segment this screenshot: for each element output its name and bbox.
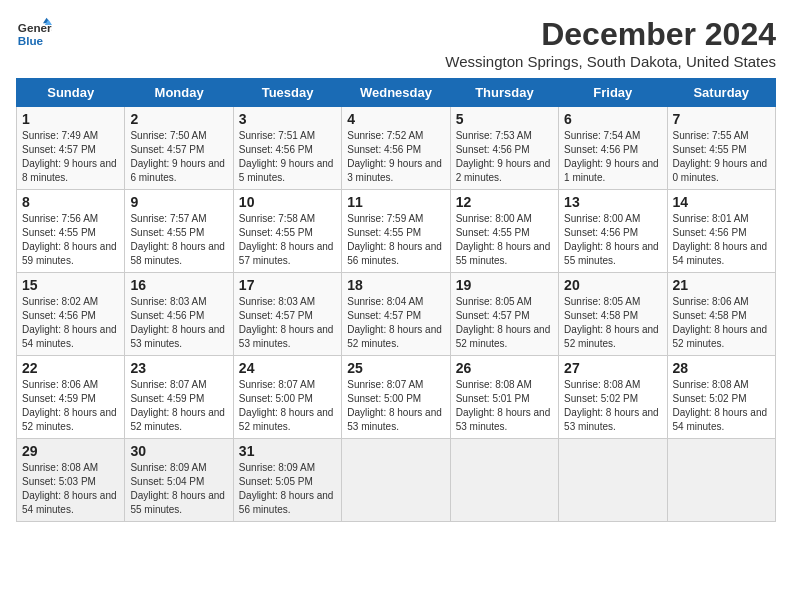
day-cell: 3 Sunrise: 7:51 AM Sunset: 4:56 PM Dayli… xyxy=(233,107,341,190)
day-number: 28 xyxy=(673,360,770,376)
day-info: Sunrise: 7:51 AM Sunset: 4:56 PM Dayligh… xyxy=(239,129,336,185)
col-header-tuesday: Tuesday xyxy=(233,79,341,107)
day-cell: 9 Sunrise: 7:57 AM Sunset: 4:55 PM Dayli… xyxy=(125,190,233,273)
day-info: Sunrise: 8:00 AM Sunset: 4:56 PM Dayligh… xyxy=(564,212,661,268)
day-number: 5 xyxy=(456,111,553,127)
day-number: 9 xyxy=(130,194,227,210)
day-cell: 12 Sunrise: 8:00 AM Sunset: 4:55 PM Dayl… xyxy=(450,190,558,273)
day-number: 3 xyxy=(239,111,336,127)
week-row-2: 8 Sunrise: 7:56 AM Sunset: 4:55 PM Dayli… xyxy=(17,190,776,273)
day-info: Sunrise: 8:06 AM Sunset: 4:59 PM Dayligh… xyxy=(22,378,119,434)
day-number: 1 xyxy=(22,111,119,127)
day-number: 24 xyxy=(239,360,336,376)
day-number: 22 xyxy=(22,360,119,376)
day-info: Sunrise: 8:00 AM Sunset: 4:55 PM Dayligh… xyxy=(456,212,553,268)
col-header-wednesday: Wednesday xyxy=(342,79,450,107)
day-cell: 11 Sunrise: 7:59 AM Sunset: 4:55 PM Dayl… xyxy=(342,190,450,273)
day-number: 23 xyxy=(130,360,227,376)
day-cell: 5 Sunrise: 7:53 AM Sunset: 4:56 PM Dayli… xyxy=(450,107,558,190)
day-number: 13 xyxy=(564,194,661,210)
col-header-sunday: Sunday xyxy=(17,79,125,107)
day-cell: 31 Sunrise: 8:09 AM Sunset: 5:05 PM Dayl… xyxy=(233,439,341,522)
day-info: Sunrise: 8:05 AM Sunset: 4:57 PM Dayligh… xyxy=(456,295,553,351)
day-info: Sunrise: 8:04 AM Sunset: 4:57 PM Dayligh… xyxy=(347,295,444,351)
day-number: 21 xyxy=(673,277,770,293)
header: General Blue December 2024 Wessington Sp… xyxy=(16,16,776,70)
day-cell: 6 Sunrise: 7:54 AM Sunset: 4:56 PM Dayli… xyxy=(559,107,667,190)
day-number: 12 xyxy=(456,194,553,210)
day-cell: 10 Sunrise: 7:58 AM Sunset: 4:55 PM Dayl… xyxy=(233,190,341,273)
day-info: Sunrise: 8:03 AM Sunset: 4:57 PM Dayligh… xyxy=(239,295,336,351)
day-cell: 22 Sunrise: 8:06 AM Sunset: 4:59 PM Dayl… xyxy=(17,356,125,439)
day-info: Sunrise: 8:07 AM Sunset: 5:00 PM Dayligh… xyxy=(347,378,444,434)
day-info: Sunrise: 8:01 AM Sunset: 4:56 PM Dayligh… xyxy=(673,212,770,268)
day-number: 18 xyxy=(347,277,444,293)
day-number: 31 xyxy=(239,443,336,459)
day-number: 16 xyxy=(130,277,227,293)
day-cell: 2 Sunrise: 7:50 AM Sunset: 4:57 PM Dayli… xyxy=(125,107,233,190)
day-cell: 4 Sunrise: 7:52 AM Sunset: 4:56 PM Dayli… xyxy=(342,107,450,190)
col-header-monday: Monday xyxy=(125,79,233,107)
col-header-friday: Friday xyxy=(559,79,667,107)
day-number: 30 xyxy=(130,443,227,459)
day-number: 26 xyxy=(456,360,553,376)
day-info: Sunrise: 8:02 AM Sunset: 4:56 PM Dayligh… xyxy=(22,295,119,351)
week-row-4: 22 Sunrise: 8:06 AM Sunset: 4:59 PM Dayl… xyxy=(17,356,776,439)
day-info: Sunrise: 8:08 AM Sunset: 5:03 PM Dayligh… xyxy=(22,461,119,517)
week-row-3: 15 Sunrise: 8:02 AM Sunset: 4:56 PM Dayl… xyxy=(17,273,776,356)
day-cell xyxy=(450,439,558,522)
day-cell: 14 Sunrise: 8:01 AM Sunset: 4:56 PM Dayl… xyxy=(667,190,775,273)
logo-icon: General Blue xyxy=(16,16,52,52)
day-number: 20 xyxy=(564,277,661,293)
day-cell xyxy=(667,439,775,522)
day-info: Sunrise: 8:08 AM Sunset: 5:02 PM Dayligh… xyxy=(673,378,770,434)
day-info: Sunrise: 8:08 AM Sunset: 5:02 PM Dayligh… xyxy=(564,378,661,434)
day-info: Sunrise: 7:55 AM Sunset: 4:55 PM Dayligh… xyxy=(673,129,770,185)
day-info: Sunrise: 8:08 AM Sunset: 5:01 PM Dayligh… xyxy=(456,378,553,434)
month-title: December 2024 xyxy=(445,16,776,53)
calendar-table: SundayMondayTuesdayWednesdayThursdayFrid… xyxy=(16,78,776,522)
day-info: Sunrise: 8:09 AM Sunset: 5:05 PM Dayligh… xyxy=(239,461,336,517)
day-cell: 29 Sunrise: 8:08 AM Sunset: 5:03 PM Dayl… xyxy=(17,439,125,522)
day-number: 7 xyxy=(673,111,770,127)
svg-text:Blue: Blue xyxy=(18,34,44,47)
day-number: 15 xyxy=(22,277,119,293)
day-cell: 26 Sunrise: 8:08 AM Sunset: 5:01 PM Dayl… xyxy=(450,356,558,439)
day-number: 8 xyxy=(22,194,119,210)
header-row: SundayMondayTuesdayWednesdayThursdayFrid… xyxy=(17,79,776,107)
day-number: 19 xyxy=(456,277,553,293)
day-cell: 27 Sunrise: 8:08 AM Sunset: 5:02 PM Dayl… xyxy=(559,356,667,439)
day-number: 14 xyxy=(673,194,770,210)
day-cell: 18 Sunrise: 8:04 AM Sunset: 4:57 PM Dayl… xyxy=(342,273,450,356)
day-number: 17 xyxy=(239,277,336,293)
day-number: 10 xyxy=(239,194,336,210)
day-cell: 23 Sunrise: 8:07 AM Sunset: 4:59 PM Dayl… xyxy=(125,356,233,439)
day-cell: 16 Sunrise: 8:03 AM Sunset: 4:56 PM Dayl… xyxy=(125,273,233,356)
day-cell: 24 Sunrise: 8:07 AM Sunset: 5:00 PM Dayl… xyxy=(233,356,341,439)
title-area: December 2024 Wessington Springs, South … xyxy=(445,16,776,70)
day-number: 29 xyxy=(22,443,119,459)
week-row-1: 1 Sunrise: 7:49 AM Sunset: 4:57 PM Dayli… xyxy=(17,107,776,190)
day-number: 6 xyxy=(564,111,661,127)
day-cell: 28 Sunrise: 8:08 AM Sunset: 5:02 PM Dayl… xyxy=(667,356,775,439)
day-cell: 1 Sunrise: 7:49 AM Sunset: 4:57 PM Dayli… xyxy=(17,107,125,190)
day-cell: 25 Sunrise: 8:07 AM Sunset: 5:00 PM Dayl… xyxy=(342,356,450,439)
day-number: 2 xyxy=(130,111,227,127)
day-cell xyxy=(342,439,450,522)
location-title: Wessington Springs, South Dakota, United… xyxy=(445,53,776,70)
day-info: Sunrise: 7:58 AM Sunset: 4:55 PM Dayligh… xyxy=(239,212,336,268)
day-cell: 20 Sunrise: 8:05 AM Sunset: 4:58 PM Dayl… xyxy=(559,273,667,356)
day-info: Sunrise: 8:06 AM Sunset: 4:58 PM Dayligh… xyxy=(673,295,770,351)
day-info: Sunrise: 7:56 AM Sunset: 4:55 PM Dayligh… xyxy=(22,212,119,268)
logo: General Blue xyxy=(16,16,52,52)
day-info: Sunrise: 8:07 AM Sunset: 4:59 PM Dayligh… xyxy=(130,378,227,434)
day-info: Sunrise: 7:54 AM Sunset: 4:56 PM Dayligh… xyxy=(564,129,661,185)
week-row-5: 29 Sunrise: 8:08 AM Sunset: 5:03 PM Dayl… xyxy=(17,439,776,522)
day-number: 25 xyxy=(347,360,444,376)
day-cell xyxy=(559,439,667,522)
day-info: Sunrise: 8:07 AM Sunset: 5:00 PM Dayligh… xyxy=(239,378,336,434)
day-info: Sunrise: 7:59 AM Sunset: 4:55 PM Dayligh… xyxy=(347,212,444,268)
day-info: Sunrise: 8:05 AM Sunset: 4:58 PM Dayligh… xyxy=(564,295,661,351)
day-info: Sunrise: 7:53 AM Sunset: 4:56 PM Dayligh… xyxy=(456,129,553,185)
day-info: Sunrise: 7:57 AM Sunset: 4:55 PM Dayligh… xyxy=(130,212,227,268)
